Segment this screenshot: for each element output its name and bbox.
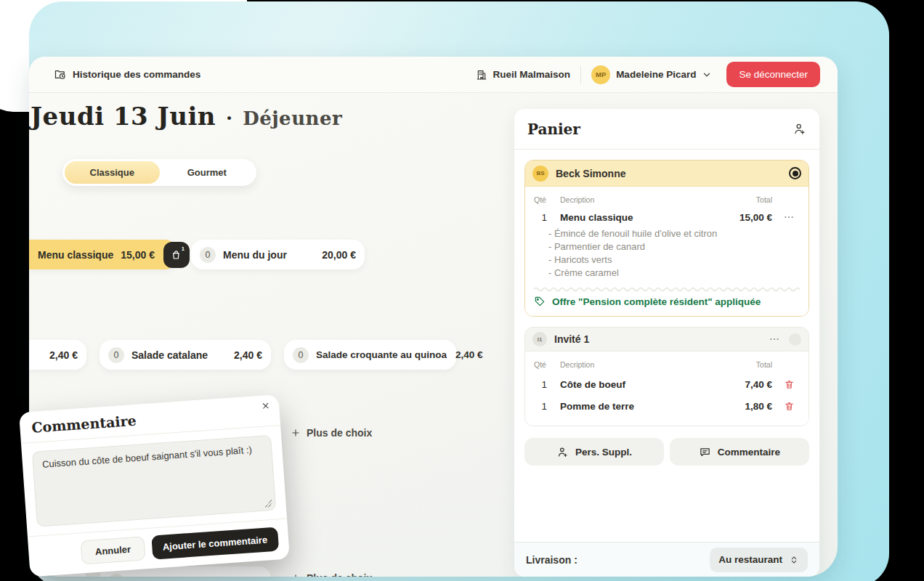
col-desc: Decription [560,360,716,369]
guest-avatar: BS [532,166,548,182]
menu-composition: - Émincé de fenouil huile d'olive et cit… [548,227,800,280]
wavy-divider [534,285,800,291]
menu-price: 3,60 € [234,576,262,577]
cart-item-row: 1 Menu classique 15,00 € [534,208,800,226]
guest-card-beck: BS Beck Simonne Qté Decription Total 1 M… [524,160,809,317]
menu-name: Menu du jour [223,249,287,261]
close-icon[interactable] [261,401,271,411]
menu-price: 20,00 € [322,249,356,261]
location-label: Rueil Malmaison [493,69,571,80]
add-person-button[interactable]: Pers. Suppl. [524,438,664,466]
cancel-button[interactable]: Annuler [81,536,145,564]
logout-button[interactable]: Se déconnecter [726,62,820,87]
menu-line: - Parmentier de canard [548,240,800,253]
quantity-badge: 0 [108,347,124,363]
menu-price: 15,00 € [121,249,155,261]
tab-classique[interactable]: Classique [65,161,160,184]
comment-text: Cuisson du côte de boeuf saignant s'il v… [42,444,253,470]
col-qty: Qté [534,195,554,204]
comment-button[interactable]: Commentaire [670,438,809,466]
cart-actions: Pers. Suppl. Commentaire [524,438,809,466]
menu-line: - Émincé de fenouil huile d'olive et cit… [548,227,800,240]
menu-price: 2,40 € [455,349,483,360]
menu-type-tabs: Classique Gourmet [62,159,256,186]
comment-modal-title: Commentaire [31,413,137,436]
user-menu[interactable]: MP Madeleine Picard [591,65,712,84]
more-options-icon[interactable] [778,211,800,223]
delivery-select[interactable]: Au restaurant [710,548,808,572]
resize-handle-icon[interactable] [264,500,272,508]
folder-clock-icon [54,68,66,81]
top-bar: Historique des commandes Rueil Malmaison… [29,57,838,93]
guest-name: Beck Simonne [556,168,625,179]
user-name: Madeleine Picard [616,69,696,80]
item-name: Pomme de terre [560,401,716,412]
bag-icon [171,249,182,261]
quantity-badge: 0 [200,247,216,263]
guest-name: Invité 1 [554,333,589,345]
quantity-badge: 0 [293,347,309,363]
col-total: Total [721,195,772,204]
menu-card-du-jour[interactable]: 0 Menu du jour 20,00 € [191,240,365,269]
cart-title: Panier [527,121,580,138]
offer-label: Offre "Pension complète résident" appliq… [552,296,761,307]
col-qty: Qté [534,360,554,369]
menu-card-salade-catalane[interactable]: 0 Salade catalane 2,40 € [100,340,271,370]
more-choices-link[interactable]: Plus de choix [291,427,372,439]
guest-radio-selected[interactable] [789,167,801,179]
delivery-footer: Livraison : Au restaurant [514,542,819,577]
menu-card-salade-quinoa[interactable]: 0 Salade croquante au quinoa 2,40 € [284,340,456,370]
meal-title: Déjeuner [243,107,342,129]
title-separator: · [226,107,232,129]
comment-modal-body: Cuisson du côte de boeuf saignant s'il v… [21,426,287,537]
trash-icon[interactable] [778,379,800,390]
more-choices-link[interactable]: Plus de choix [291,572,372,577]
cart-table-header: Qté Decription Total [534,192,800,208]
col-desc: Decription [560,195,716,204]
menu-card-classique[interactable]: Menu classique 15,00 € 1 [29,240,177,269]
edit-quantity-button[interactable]: 1 [163,242,190,268]
quantity-badge: 0 [108,574,124,577]
building-icon [476,69,487,81]
col-total: Total [721,360,772,369]
plus-icon [291,428,301,438]
menu-name: Menu classique [38,249,113,261]
menu-card-partial[interactable]: 2,40 € [29,340,86,370]
order-history-link[interactable]: Historique des commandes [54,68,200,81]
comment-modal: Commentaire Cuisson du côte de boeuf sai… [19,394,290,577]
add-comment-button[interactable]: Ajouter le commentaire [151,527,279,560]
date-title: Jeudi 13 Juin [31,102,216,131]
location-chip: Rueil Malmaison [476,69,571,81]
comment-bubble-icon [699,446,711,458]
more-options-icon[interactable] [769,333,780,345]
tab-gourmet[interactable]: Gourmet [160,161,255,184]
more-choices-label: Plus de choix [307,572,372,577]
divider [580,66,581,84]
item-price: 1,80 € [721,401,772,412]
plus-icon [291,573,301,577]
order-history-label: Historique des commandes [73,69,200,80]
comment-textarea[interactable]: Cuisson du côte de boeuf saignant s'il v… [32,435,276,527]
add-guest-icon[interactable] [793,122,806,136]
guest-card-invite: I1 Invité 1 Qté Decription Total 1 [524,327,809,426]
comment-label: Commentaire [718,447,780,458]
cart-table-header: Qté Decription Total [534,357,800,373]
item-price: 15,00 € [721,212,772,223]
item-qty: 1 [534,212,554,223]
menu-line: - Haricots verts [548,253,800,267]
cart-item-row: 1 Pomme de terre 1,80 € [534,395,800,417]
applied-offer: Offre "Pension complète résident" appliq… [534,296,800,307]
menu-name: Salade catalane [131,349,208,361]
cart-panel: Panier BS Beck Simonne Qté Decription [514,109,819,577]
person-plus-icon [556,446,569,458]
guest-avatar: I1 [532,332,547,346]
guest-radio-unselected[interactable] [789,333,801,346]
trash-icon[interactable] [778,401,800,412]
item-qty: 1 [534,379,554,390]
item-price: 7,40 € [721,379,772,390]
delivery-label: Livraison : [526,554,578,566]
guest-header[interactable]: BS Beck Simonne [525,161,808,187]
guest-header[interactable]: I1 Invité 1 [525,328,808,352]
menu-price: 2,40 € [49,349,78,361]
menu-name: Salade croquante au quinoa [316,349,447,360]
